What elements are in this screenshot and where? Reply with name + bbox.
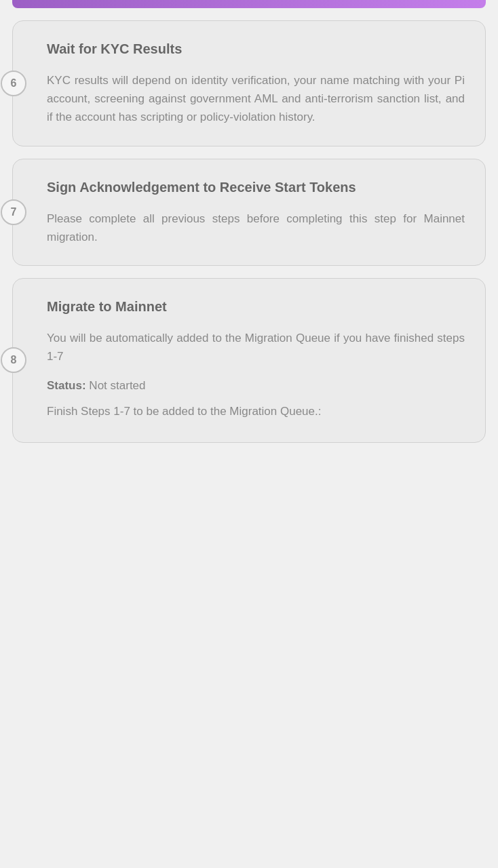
step-body-7: Please complete all previous steps befor…	[47, 210, 465, 246]
step-body-6: KYC results will depend on identity veri…	[47, 71, 465, 127]
step-number-6: 6	[1, 71, 26, 96]
steps-container: 6 Wait for KYC Results KYC results will …	[0, 8, 498, 443]
step-number-8: 8	[1, 347, 26, 373]
step-title-7: Sign Acknowledgement to Receive Start To…	[47, 178, 465, 196]
step-body-8: You will be automatically added to the M…	[47, 329, 465, 366]
step-number-7: 7	[1, 199, 26, 225]
top-bar	[12, 0, 486, 8]
step-finish-line-8: Finish Steps 1-7 to be added to the Migr…	[47, 402, 465, 420]
step-title-6: Wait for KYC Results	[47, 40, 465, 58]
step-card-7: 7 Sign Acknowledgement to Receive Start …	[12, 159, 486, 266]
step-card-6: 6 Wait for KYC Results KYC results will …	[12, 20, 486, 146]
step-status-line-8: Status: Not started	[47, 376, 465, 395]
status-label-8: Status:	[47, 379, 86, 392]
step-title-8: Migrate to Mainnet	[47, 298, 465, 315]
status-value-8: Not started	[89, 379, 145, 392]
step-card-8: 8 Migrate to Mainnet You will be automat…	[12, 278, 486, 443]
